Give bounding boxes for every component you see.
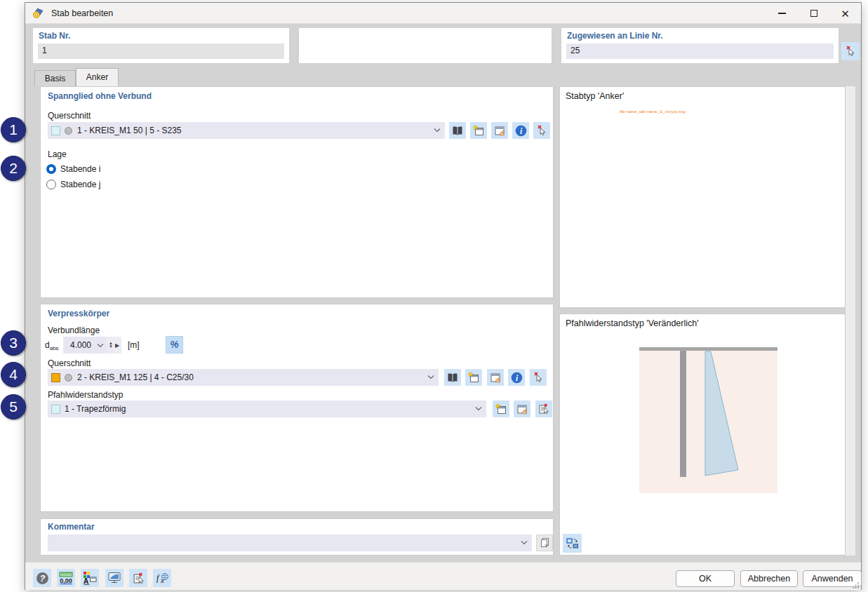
pick-from-list-button[interactable] [129,569,147,587]
display-settings-button[interactable]: A [81,569,99,587]
help-icon: ? [36,572,49,585]
maximize-button[interactable] [798,3,829,24]
tab-anker-label: Anker [86,72,108,82]
close-icon: ✕ [841,8,850,19]
book-icon [446,372,459,383]
radio-stabende-i-label[interactable]: Stabende i [60,164,100,174]
radio-stabende-j-label[interactable]: Stabende j [60,180,100,189]
pfahl-preview-panel: Pfahlwiderstandstyp 'Veränderlich' [559,314,846,556]
section-color-swatch [51,126,60,135]
toggle-view-button[interactable] [563,534,582,553]
dabs-label: dabs [45,340,59,351]
section-info-button[interactable]: i [508,369,525,386]
pick-type-from-list-button[interactable] [535,401,552,417]
new-window-star-icon [472,125,485,136]
help-button[interactable]: ? [33,569,51,587]
select-line-button[interactable] [841,42,860,60]
stab-nr-box: Stab Nr. 1 [32,27,290,64]
resize-grip[interactable] [853,581,860,588]
cancel-button[interactable]: Abbrechen [740,570,798,587]
info-icon: i [511,372,523,384]
svg-text:A: A [84,577,88,585]
chevron-down-icon [97,343,104,348]
panel-gutter [846,86,855,556]
stabtyp-preview-panel: Stabtyp 'Anker' file-name_tab-name_i1_xx… [559,86,846,308]
svg-text:x: x [160,576,164,584]
document-pick-icon [133,572,145,584]
assigned-line-field[interactable]: 25 [566,43,834,59]
spinner-arrows[interactable]: ▲▼ [109,342,113,349]
book-icon [451,126,464,136]
edit-window-hand-icon [493,125,506,136]
kommentar-title: Kommentar [48,522,95,532]
fx-globe-icon: f x [155,572,170,585]
app-icon [32,7,44,19]
svg-text:?: ? [39,574,45,584]
stabtyp-preview-title: Stabtyp 'Anker' [566,91,624,101]
minimize-icon [778,13,786,13]
percent-button[interactable]: % [166,336,183,354]
dabs-value: 4.000 [70,340,91,350]
info-icon: i [515,125,527,137]
pick-cursor-icon [533,372,544,383]
units-text: 0,00 [60,577,72,584]
section-shape-icon [65,374,72,382]
empty-info-box [298,27,552,64]
callout-badge-1: 1 [1,117,26,142]
tab-basis[interactable]: Basis [34,70,76,86]
close-button[interactable]: ✕ [829,3,861,24]
verbundlaenge-label: Verbundlänge [48,325,100,335]
section-info-button[interactable]: i [512,122,529,139]
dabs-spinner[interactable]: 4.000 ▲▼ ▶ [63,337,121,354]
unit-label: [m] [128,340,140,350]
radio-stabende-j[interactable] [46,180,56,189]
ok-button[interactable]: OK [676,570,735,587]
kommentar-panel: Kommentar [40,518,554,556]
new-section-button[interactable] [465,369,482,386]
edit-type-button[interactable] [514,401,530,417]
edit-section-button[interactable] [491,122,508,139]
new-type-button[interactable] [493,401,509,417]
library-button[interactable] [449,122,466,139]
window-title: Stab bearbeiten [51,8,113,18]
tab-anker[interactable]: Anker [76,68,119,86]
pick-section-button[interactable] [530,369,547,386]
radio-stabende-i[interactable] [46,164,56,174]
spannglied-title: Spannglied ohne Verbund [48,91,152,101]
formula-button[interactable]: f x [153,569,171,587]
kommentar-dropdown[interactable] [48,534,532,551]
resistance-triangle [702,350,741,478]
stab-nr-field[interactable]: 1 [38,43,284,59]
callout-badge-2: 2 [1,156,26,181]
library-button[interactable] [444,369,461,386]
monitor-icon [107,572,121,584]
querschnitt2-value: 2 - KREIS_M1 125 | 4 - C25/30 [77,372,194,382]
title-bar[interactable]: Stab bearbeiten ✕ [25,3,861,24]
verpresskoerper-title: Verpresskörper [48,309,109,318]
new-window-star-icon [495,403,507,415]
expand-arrow-icon[interactable]: ▶ [115,342,119,349]
section-color-swatch [51,373,60,382]
svg-text:f: f [156,573,160,583]
edit-section-button[interactable] [487,369,504,386]
pick-section-button[interactable] [533,122,550,139]
units-settings-button[interactable]: 0,00 [57,569,75,587]
new-section-button[interactable] [470,122,487,139]
bottom-bar: ? 0,00 A [25,562,861,590]
chevron-down-icon [475,406,482,411]
new-window-star-icon [467,372,480,383]
copy-icon [539,537,550,549]
minimize-button[interactable] [766,3,798,24]
copy-comment-button[interactable] [536,534,553,551]
chevron-down-icon [427,375,434,379]
document-pick-icon [538,403,549,415]
pfahlwiderstandstyp-dropdown[interactable]: 1 - Trapezförmig [48,401,486,417]
rendering-button[interactable] [105,569,123,587]
querschnitt2-dropdown[interactable]: 2 - KREIS_M1 125 | 4 - C25/30 [48,369,439,386]
ruler-icon [59,572,73,577]
querschnitt1-dropdown[interactable]: 1 - KREIS_M1 50 | 5 - S235 [48,122,445,139]
assigned-line-box: Zugewiesen an Linie Nr. 25 [561,27,839,64]
edit-window-hand-icon [516,403,528,415]
callout-badge-4: 4 [1,362,26,387]
edit-member-dialog: Stab bearbeiten ✕ Stab Nr. 1 Zugewiesen … [25,2,862,590]
